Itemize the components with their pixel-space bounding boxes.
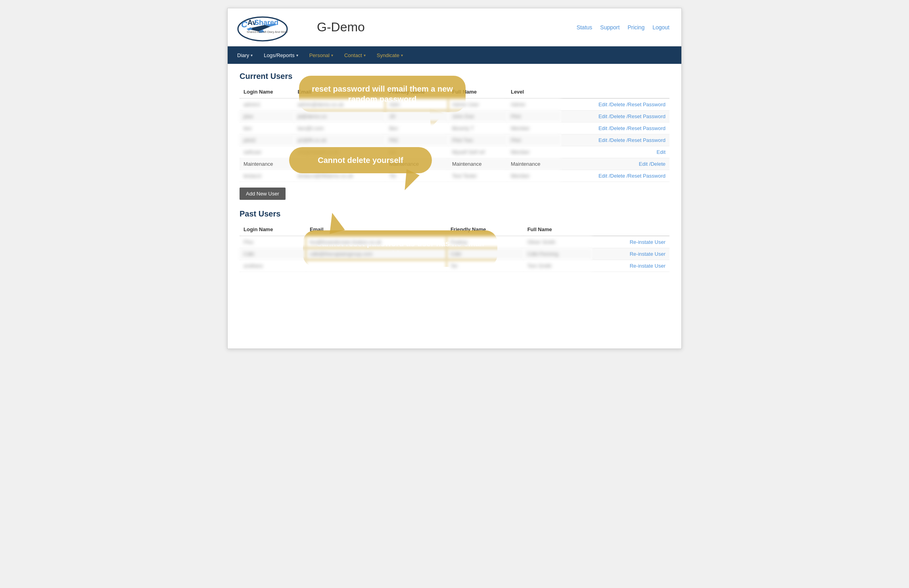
col-friendly-name: Friendly Name (385, 86, 448, 98)
cell-friendly: Ter (447, 260, 524, 272)
cell-login: Maintenance (240, 158, 294, 170)
cell-email (306, 260, 447, 272)
table-row: Ffox fox@foxandcrown.foxbox.co.uk Foxboy… (240, 236, 669, 248)
nav-link-support[interactable]: Support (600, 24, 619, 31)
table-row: bev bev@t.com Bev Beverly T Member Edit … (240, 123, 669, 134)
cell-email: me@myself.co.uk (294, 146, 385, 158)
past-users-table: Login Name Email Friendly Name Full Name… (240, 223, 669, 272)
site-title: G-Demo (317, 20, 365, 34)
current-users-header-row: Login Name Email Friendly Name Full Name… (240, 86, 669, 98)
cell-email: fox@foxandcrown.foxbox.co.uk (306, 236, 447, 248)
nav-link-pricing[interactable]: Pricing (627, 24, 644, 31)
cell-friendly: Adm (385, 98, 448, 111)
cell-friendly: JD (385, 111, 448, 123)
cell-fullname: Test Tester (448, 170, 507, 182)
page-frame: Av Shared Shared Aircraft Diary And More… (227, 8, 682, 349)
cell-login: jdoe (240, 111, 294, 123)
cell-level: Member (507, 123, 561, 134)
nav-item-contact[interactable]: Contact ▾ (339, 46, 371, 64)
cell-level: Pilot (507, 111, 561, 123)
action-link[interactable]: Edit /Delete /Reset Password (598, 113, 665, 119)
logo-area: Av Shared Shared Aircraft Diary And More… (236, 12, 365, 42)
reinstate-link[interactable]: Re-instate User (630, 251, 665, 257)
nav-syndicate-label: Syndicate (377, 52, 399, 58)
col-login-name: Login Name (240, 86, 294, 98)
col-past-friendly: Friendly Name (447, 223, 524, 236)
cell-email: testacct@99demo.co.uk (294, 170, 385, 182)
cell-actions: Edit /Delete (561, 158, 669, 170)
chevron-down-icon: ▾ (296, 53, 298, 57)
nav-item-logs[interactable]: Logs/Reports ▾ (258, 46, 303, 64)
nav-item-personal[interactable]: Personal ▾ (304, 46, 339, 64)
past-users-section: Past Users Login Name Email Friendly Nam… (240, 209, 669, 272)
cell-friendly: Bev (385, 123, 448, 134)
reinstate-link[interactable]: Re-instate User (630, 239, 665, 245)
cell-friendly: Foxboy (447, 236, 524, 248)
table-row: selfuser me@myself.co.uk Me Myself Self … (240, 146, 669, 158)
cell-actions: Re-instate User (592, 236, 669, 248)
col-email: Email (294, 86, 385, 98)
cell-login: Ffox (240, 236, 306, 248)
table-row: Maintenance Maintenance Maintenance Main… (240, 158, 669, 170)
cell-login: Cdbl (240, 248, 306, 260)
cell-level: Admin (507, 98, 561, 111)
action-link[interactable]: Edit /Delete /Reset Password (598, 125, 665, 131)
nav-bar: Diary ▾ Logs/Reports ▾ Personal ▾ Contac… (228, 46, 681, 64)
nav-contact-label: Contact (344, 52, 362, 58)
cell-login: smithers (240, 260, 306, 272)
cell-login: pilot2 (240, 134, 294, 146)
action-link[interactable]: Edit /Delete /Reset Password (598, 173, 665, 179)
nav-link-logout[interactable]: Logout (652, 24, 669, 31)
svg-text:C: C (241, 19, 248, 29)
action-link[interactable]: Edit /Delete /Reset Password (598, 137, 665, 143)
col-full-name: Full Name (448, 86, 507, 98)
cell-email: admin@demo.co.uk (294, 98, 385, 111)
cell-actions: Edit /Delete /Reset Password (561, 170, 669, 182)
svg-text:Shared: Shared (254, 19, 278, 27)
top-nav: Status Support Pricing Logout (577, 24, 669, 31)
cell-email: cdbl@thecaptaingroup.com (306, 248, 447, 260)
cell-login: selfuser (240, 146, 294, 158)
table-row: Cdbl cdbl@thecaptaingroup.com Cdbl Cdbl … (240, 248, 669, 260)
cell-email: bev@t.com (294, 123, 385, 134)
action-link[interactable]: Edit (657, 149, 665, 155)
nav-logs-label: Logs/Reports (264, 52, 294, 58)
nav-link-status[interactable]: Status (577, 24, 593, 31)
nav-diary-label: Diary (237, 52, 249, 58)
current-users-title: Current Users (240, 72, 669, 81)
past-users-title: Past Users (240, 209, 669, 218)
add-new-user-button[interactable]: Add New User (240, 188, 286, 200)
reinstate-link[interactable]: Re-instate User (630, 263, 665, 269)
cell-friendly: Plt2 (385, 134, 448, 146)
cell-actions: Edit /Delete /Reset Password (561, 123, 669, 134)
cell-login: testacct (240, 170, 294, 182)
cell-level: Member (507, 170, 561, 182)
svg-text:Shared Aircraft Diary And More: Shared Aircraft Diary And More (247, 30, 288, 34)
action-link[interactable]: Edit /Delete (639, 161, 665, 167)
nav-item-syndicate[interactable]: Syndicate ▾ (371, 46, 408, 64)
action-link[interactable]: Edit /Delete /Reset Password (598, 102, 665, 107)
current-users-table: Login Name Email Friendly Name Full Name… (240, 86, 669, 182)
cell-fullname: Myself Self ref (448, 146, 507, 158)
nav-personal-label: Personal (309, 52, 330, 58)
cell-fullname: Beverly T (448, 123, 507, 134)
cell-friendly: Me (385, 146, 448, 158)
page-header: Av Shared Shared Aircraft Diary And More… (228, 8, 681, 46)
cell-email: jd@demo.co (294, 111, 385, 123)
cell-fullname: John Doe (448, 111, 507, 123)
col-past-fullname: Full Name (524, 223, 592, 236)
chevron-down-icon: ▾ (364, 53, 366, 57)
cell-actions: Edit (561, 146, 669, 158)
cell-email: p2@flt.co.uk (294, 134, 385, 146)
col-past-actions (592, 223, 669, 236)
cell-fullname: Tom Smith (524, 260, 592, 272)
nav-item-diary[interactable]: Diary ▾ (232, 46, 258, 64)
cell-actions: Edit /Delete /Reset Password (561, 111, 669, 123)
col-level: Level (507, 86, 561, 98)
table-row: smithers Ter Tom Smith Re-instate User (240, 260, 669, 272)
table-row: pilot2 p2@flt.co.uk Plt2 Pilot Two Pilot… (240, 134, 669, 146)
cell-fullname: Cdbl Penning (524, 248, 592, 260)
past-users-header-row: Login Name Email Friendly Name Full Name (240, 223, 669, 236)
cell-login: admin1 (240, 98, 294, 111)
chevron-down-icon: ▾ (251, 53, 253, 57)
